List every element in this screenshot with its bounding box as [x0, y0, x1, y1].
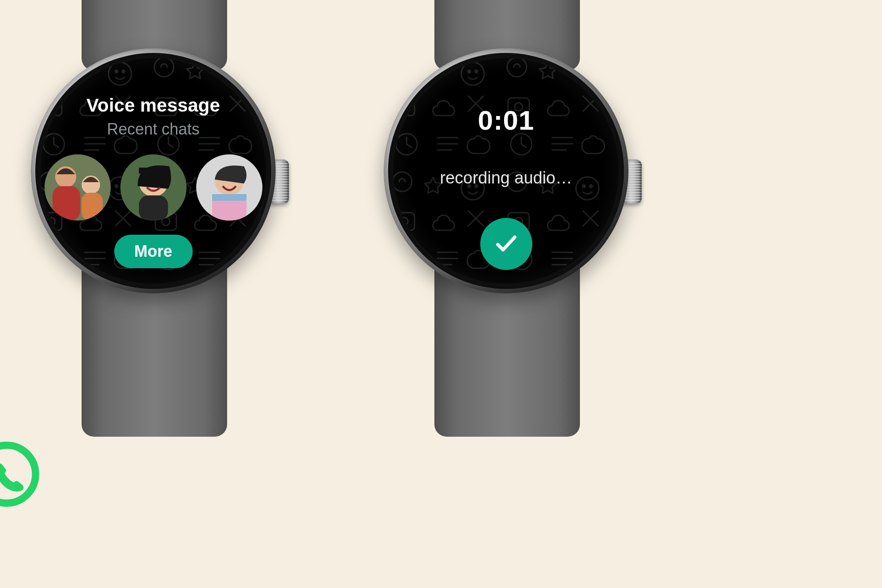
svg-point-22 [0, 445, 36, 503]
screen-title: Voice message [41, 95, 266, 116]
svg-rect-15 [139, 168, 168, 174]
avatar-contact-2[interactable] [120, 154, 187, 221]
confirm-recording-button[interactable] [480, 218, 532, 270]
recording-timer: 0:01 [393, 105, 619, 136]
svg-rect-10 [52, 186, 80, 221]
recent-chats-avatars [41, 154, 266, 221]
avatar-contact-1[interactable] [45, 154, 111, 221]
recording-status: recording audio… [393, 169, 619, 187]
watch-face-voice-message: Voice message Recent chats [41, 58, 266, 284]
whatsapp-icon [0, 441, 40, 507]
svg-rect-20 [212, 194, 247, 201]
more-button[interactable]: More [114, 235, 192, 268]
watch-face-recording: 0:01 recording audio… [393, 58, 619, 284]
recent-chats-label: Recent chats [41, 120, 266, 139]
avatar-contact-3[interactable] [196, 154, 262, 221]
svg-rect-16 [139, 195, 168, 221]
svg-rect-12 [82, 193, 103, 221]
checkmark-icon [493, 231, 519, 258]
